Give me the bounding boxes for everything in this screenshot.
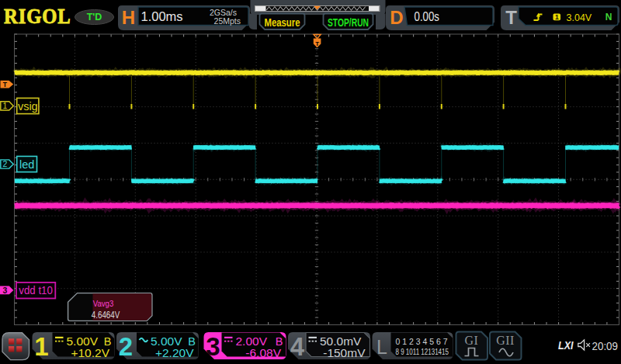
svg-text:3: 3 — [206, 332, 220, 361]
svg-text:3: 3 — [2, 286, 7, 295]
svg-text:0.00s: 0.00s — [415, 9, 440, 23]
svg-text:1: 1 — [2, 101, 7, 110]
svg-text:GI: GI — [465, 334, 479, 347]
svg-text:STOP/RUN: STOP/RUN — [328, 16, 369, 29]
svg-text:+2.20V: +2.20V — [155, 346, 194, 359]
svg-text:3.04V: 3.04V — [567, 12, 592, 23]
svg-text:-6.08V: -6.08V — [245, 346, 281, 359]
svg-text:vdd t10: vdd t10 — [19, 284, 53, 296]
svg-text:4: 4 — [290, 332, 305, 361]
svg-text:1: 1 — [555, 13, 559, 21]
svg-text:Measure: Measure — [265, 16, 300, 29]
svg-text:L: L — [376, 336, 387, 358]
svg-text:-150mV: -150mV — [323, 346, 366, 359]
svg-text:T: T — [315, 40, 319, 47]
svg-text:led: led — [19, 158, 34, 171]
svg-text:2GSa/s: 2GSa/s — [210, 8, 237, 17]
svg-text:1: 1 — [34, 332, 48, 361]
svg-text:LXI: LXI — [558, 339, 574, 352]
svg-text:vsig: vsig — [18, 100, 38, 113]
svg-text:N: N — [605, 12, 612, 23]
svg-text:T: T — [3, 81, 8, 88]
svg-text:2: 2 — [2, 159, 7, 168]
svg-text:8 9 1011 12131415: 8 9 1011 12131415 — [396, 348, 449, 356]
svg-text:25Mpts: 25Mpts — [214, 16, 241, 26]
svg-text:T'D: T'D — [87, 12, 102, 23]
svg-text:D: D — [390, 7, 403, 28]
svg-text:20:09: 20:09 — [592, 340, 619, 352]
svg-text:0 1 2 3 4 5 6 7: 0 1 2 3 4 5 6 7 — [396, 338, 448, 346]
svg-text:T: T — [505, 7, 517, 28]
svg-text:1.00ms: 1.00ms — [141, 9, 183, 23]
svg-text:2: 2 — [119, 332, 133, 361]
svg-text:Vavg3: Vavg3 — [93, 299, 114, 308]
svg-text:4.6464V: 4.6464V — [92, 310, 120, 321]
svg-text:+10.2V: +10.2V — [71, 346, 109, 359]
svg-text:RIGOL: RIGOL — [4, 5, 71, 28]
svg-text:GII: GII — [496, 334, 515, 347]
svg-text:H: H — [122, 7, 135, 28]
